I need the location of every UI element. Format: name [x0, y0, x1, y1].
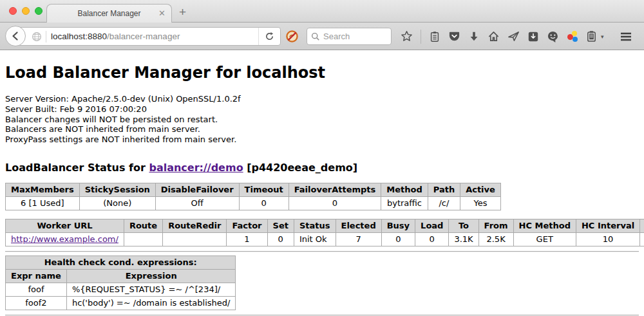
column-header: Expression [66, 269, 236, 283]
reload-icon [265, 32, 274, 41]
reading-list-icon[interactable] [429, 31, 440, 42]
search-icon [311, 32, 320, 41]
stickysession-value: (None) [79, 196, 155, 210]
column-header: FailoverAttempts [289, 183, 381, 196]
downloads-icon[interactable] [468, 31, 480, 42]
path-value: /c/ [428, 196, 460, 210]
route-value [124, 232, 162, 246]
failoverattempts-value: 0 [289, 196, 381, 210]
set-value: 0 [267, 232, 294, 246]
factor-value: 1 [227, 232, 267, 246]
active-value: Yes [460, 196, 501, 210]
column-header: Status [294, 219, 336, 232]
disablefailover-value: Off [155, 196, 239, 210]
toolbar-icons: ▾ [401, 23, 644, 50]
column-header: Active [460, 183, 501, 196]
passes-value: 1 (0) [640, 232, 644, 246]
column-header: StickySession [79, 183, 155, 196]
from-value: 2.5K [478, 232, 513, 246]
table-row: foof %{REQUEST_STATUS} =~ /^[234]/ [6, 283, 236, 296]
column-header: MaxMembers [6, 183, 80, 196]
url-host: localhost:8880 [51, 32, 107, 41]
zoom-window-icon[interactable] [35, 7, 43, 15]
table-row: 6 [1 Used] (None) Off 0 0 bytraffic /c/ … [6, 196, 501, 210]
pocket-icon[interactable] [448, 30, 460, 42]
reload-button[interactable] [258, 28, 280, 45]
window-controls [9, 7, 43, 15]
health-check-table: Health check cond. expressions: Expr nam… [5, 256, 236, 310]
chevron-down-icon[interactable]: ▾ [601, 33, 604, 40]
worker-row: http://www.example.com/ 1 0 Init Ok 7 0 … [6, 232, 644, 246]
column-header: HC Method [513, 219, 576, 232]
balancer-demo-link[interactable]: balancer://demo [149, 162, 243, 174]
server-version-line: Server Version: Apache/2.5.0-dev (Unix) … [5, 94, 639, 104]
table-header-row: Expr name Expression [6, 269, 236, 283]
back-arrow-icon [10, 31, 21, 41]
to-value: 3.1K [449, 232, 478, 246]
persist-notice-line: Balancer changes will NOT be persisted o… [5, 115, 639, 125]
column-header: Busy [381, 219, 415, 232]
busy-value: 0 [381, 232, 415, 246]
table-caption-row: Health check cond. expressions: [6, 256, 236, 269]
column-header: To [449, 219, 478, 232]
hello-smiley-icon[interactable] [547, 30, 559, 42]
url-path: /balancer-manager [107, 32, 180, 41]
tab-title: Balancer Manager [77, 9, 140, 18]
expression-value: hc('body') =~ /domain is established/ [66, 296, 236, 310]
server-built-line: Server Built: Feb 9 2016 07:00:20 [5, 104, 639, 115]
column-header: Load [415, 219, 449, 232]
bookmark-star-icon[interactable] [401, 30, 413, 42]
browser-window: Balancer Manager ✕ + localhost:8880/bala… [0, 0, 644, 316]
home-icon[interactable] [488, 30, 500, 42]
tab-close-icon[interactable]: ✕ [158, 8, 166, 18]
table-row: foof2 hc('body') =~ /domain is establish… [6, 296, 236, 310]
server-info: Server Version: Apache/2.5.0-dev (Unix) … [5, 94, 639, 145]
status-suffix: [p4420eeae_demo] [243, 162, 358, 174]
hc-method-value: GET [513, 232, 576, 246]
elected-value: 7 [336, 232, 381, 246]
column-header: Expr name [6, 269, 67, 283]
status-value: Init Ok [294, 232, 336, 246]
column-header: Set [267, 219, 294, 232]
page-content: Load Balancer Manager for localhost Serv… [0, 64, 644, 316]
divider [5, 251, 639, 252]
routeredir-value [163, 232, 227, 246]
url-bar[interactable]: localhost:8880/balancer-manager [15, 27, 281, 46]
expression-value: %{REQUEST_STATUS} =~ /^[234]/ [66, 283, 236, 296]
menu-hamburger-icon[interactable] [620, 32, 632, 42]
column-header: Elected [336, 219, 381, 232]
tab-strip: Balancer Manager ✕ + [0, 0, 644, 23]
column-header: HC Interval [576, 219, 639, 232]
column-header: Factor [227, 219, 267, 232]
health-check-caption: Health check cond. expressions: [6, 256, 236, 269]
search-input[interactable] [323, 32, 387, 41]
page-title: Load Balancer Manager for localhost [5, 64, 639, 82]
balancer-summary-table: MaxMembers StickySession DisableFailover… [5, 183, 501, 210]
load-value: 0 [415, 232, 449, 246]
save-page-extension-icon[interactable] [527, 31, 539, 42]
back-button[interactable] [5, 26, 26, 46]
worker-url-link[interactable]: http://www.example.com/ [11, 234, 118, 244]
column-header: From [478, 219, 513, 232]
clipper-extension-icon[interactable] [586, 30, 597, 42]
new-tab-button[interactable]: + [179, 5, 186, 19]
column-header: Passes [640, 219, 644, 232]
maxmembers-value: 6 [1 Used] [6, 196, 80, 210]
search-bar[interactable] [307, 28, 392, 45]
column-header: DisableFailover [155, 183, 239, 196]
column-header: Timeout [239, 183, 289, 196]
close-window-icon[interactable] [9, 7, 17, 15]
column-header: RouteRedir [163, 219, 227, 232]
proxypass-notice-line: ProxyPass settings are NOT inherited fro… [5, 135, 639, 145]
tab-balancer-manager[interactable]: Balancer Manager ✕ [46, 4, 172, 23]
table-header-row: MaxMembers StickySession DisableFailover… [6, 183, 501, 196]
content-blocked-icon[interactable] [286, 30, 298, 45]
url-text: localhost:8880/balancer-manager [51, 32, 258, 41]
colored-dots-extension-icon[interactable] [567, 31, 578, 42]
column-header: Method [381, 183, 428, 196]
column-header: Route [124, 219, 162, 232]
send-tab-icon[interactable] [507, 30, 520, 42]
minimize-window-icon[interactable] [22, 7, 30, 15]
expr-name-value: foof [6, 283, 67, 296]
loadbalancer-status-heading: LoadBalancer Status for balancer://demo … [5, 162, 639, 174]
